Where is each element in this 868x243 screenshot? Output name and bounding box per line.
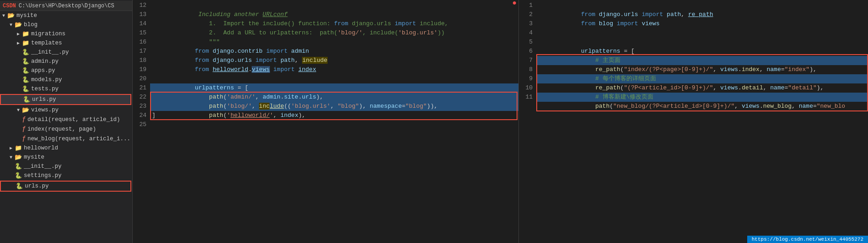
sidebar-item-index-fn[interactable]: ƒ index(request, page) — [0, 124, 132, 134]
sidebar-item-apps-py[interactable]: 🐍 apps.py — [0, 66, 132, 75]
sidebar-item-tests-py[interactable]: 🐍 tests.py — [0, 84, 132, 94]
folder-open-icon: 📂 — [22, 106, 29, 114]
py-red-fn-icon: ƒ — [22, 116, 26, 123]
code-line: urlpatterns = [ — [536, 38, 868, 47]
py-file-icon: 🐍 — [15, 172, 22, 179]
code-line: from django.urls import path, re_path — [536, 1, 868, 10]
sidebar-item-settings-py[interactable]: 🐍 settings.py — [0, 171, 132, 180]
sidebar-item-views-py[interactable]: ▼ 📂 views.py — [0, 105, 132, 115]
arrow-down-icon: ▼ — [15, 108, 22, 113]
sidebar-item-label: index(request, page) — [27, 126, 96, 133]
py-file-icon: 🐍 — [22, 76, 29, 83]
sidebar-item-label: detail(request, article_id) — [27, 116, 120, 123]
sidebar-item-mysite-init[interactable]: 🐍 __init__.py — [0, 162, 132, 171]
sidebar-item-label: templates — [31, 40, 62, 46]
error-indicator: ● — [512, 0, 517, 7]
sidebar-item-label: urls.py — [32, 96, 56, 103]
csdn-logo: CSDN — [3, 3, 16, 9]
sidebar-item-label: __init__.py — [31, 49, 69, 55]
folder-open-icon: 📂 — [15, 154, 22, 161]
line-numbers-left: 12 13 14 15 16 17 18 19 20 21 22 23 24 2… — [133, 0, 150, 243]
arrow-right-icon: ▶ — [7, 145, 15, 151]
sidebar-item-blog-urls-py[interactable]: 🐍 urls.py — [1, 95, 130, 104]
sidebar-item-templates[interactable]: ▶ 📁 templates — [0, 39, 132, 48]
folder-open-icon: 📂 — [15, 21, 22, 28]
editor-area: 12 13 14 15 16 17 18 19 20 21 22 23 24 2… — [133, 0, 868, 243]
statusbar-url: https://blog.csdn.net/weixin_44055272 — [752, 237, 863, 242]
arrow-right-icon: ▶ — [15, 40, 22, 46]
file-tree[interactable]: CSDN C:\Users\HP\Desktop\Django\CS ▼ 📂 m… — [0, 0, 133, 243]
sidebar-item-migrations[interactable]: ▶ 📁 migrations — [0, 29, 132, 39]
sidebar-item-label: views.py — [31, 107, 59, 113]
sidebar-item-label: mysite — [16, 12, 37, 19]
csdn-header: CSDN C:\Users\HP\Desktop\Django\CS — [0, 1, 132, 11]
sidebar-item-label: new_blog(request, article_i... — [27, 136, 130, 142]
status-bar: https://blog.csdn.net/weixin_44055272 — [747, 236, 868, 243]
py-red-icon: 🐍 — [23, 96, 30, 103]
py-red-icon: 🐍 — [16, 182, 23, 190]
code-line — [536, 28, 868, 38]
sidebar-item-label: settings.py — [24, 172, 62, 179]
sidebar-item-label: tests.py — [31, 86, 59, 92]
sidebar-item-helloworld[interactable]: ▶ 📁 helloworld — [0, 144, 132, 153]
sidebar-item-label: models.py — [31, 77, 62, 83]
sidebar-item-models-py[interactable]: 🐍 models.py — [0, 75, 132, 84]
folder-icon: 📁 — [22, 30, 29, 38]
line-numbers-right: 1 2 3 4 5 6 7 8 9 10 11 — [519, 0, 536, 243]
arrow-down-icon: ▼ — [7, 22, 15, 28]
py-red-fn-icon: ƒ — [22, 125, 26, 133]
py-file-icon: 🐍 — [22, 58, 29, 65]
sidebar-item-label: blog — [24, 22, 38, 28]
sidebar-item-mysite-urls-py[interactable]: 🐍 urls.py — [1, 182, 130, 191]
left-editor-pane: 12 13 14 15 16 17 18 19 20 21 22 23 24 2… — [133, 0, 519, 243]
code-line: Including another URLconf — [150, 1, 518, 10]
sidebar-item-admin-py[interactable]: 🐍 admin.py — [0, 57, 132, 66]
sidebar-item-label: helloworld — [24, 145, 58, 151]
header-path: C:\Users\HP\Desktop\Django\CS — [19, 3, 114, 9]
sidebar-item-blog[interactable]: ▼ 📂 blog — [0, 20, 132, 29]
folder-icon: 📁 — [22, 39, 29, 47]
sidebar-item-label: admin.py — [31, 58, 59, 65]
code-area-right[interactable]: from django.urls import path, re_path fr… — [536, 0, 868, 243]
right-editor-pane: 1 2 3 4 5 6 7 8 9 10 11 from django.urls… — [519, 0, 868, 243]
code-area-left[interactable]: Including another URLconf 1. Import the … — [150, 0, 518, 243]
arrow-down-icon: ▼ — [0, 13, 7, 18]
sidebar-item-detail-fn[interactable]: ƒ detail(request, article_id) — [0, 115, 132, 124]
sidebar-item-label: migrations — [31, 31, 65, 37]
sidebar-item-mysite[interactable]: ▼ 📂 mysite — [0, 11, 132, 20]
code-line: urlpatterns = [ — [150, 74, 518, 83]
py-file-icon: 🐍 — [22, 67, 29, 74]
folder-open-icon: 📂 — [7, 12, 15, 19]
folder-icon: 📁 — [15, 144, 22, 152]
code-line — [150, 120, 518, 129]
py-file-icon: 🐍 — [22, 85, 29, 93]
py-red-fn-icon: ƒ — [22, 135, 26, 143]
sidebar-item-label: mysite — [24, 154, 44, 160]
arrow-right-icon: ▶ — [15, 31, 22, 37]
sidebar-item-label: urls.py — [25, 183, 49, 189]
arrow-down-icon: ▼ — [7, 155, 15, 160]
py-file-icon: 🐍 — [22, 49, 29, 56]
sidebar-item-label: __init__.py — [24, 163, 62, 170]
sidebar-item-new-blog-fn[interactable]: ƒ new_blog(request, article_i... — [0, 134, 132, 144]
py-file-icon: 🐍 — [15, 163, 22, 170]
sidebar-item-label: apps.py — [31, 67, 55, 74]
sidebar-item-init-py[interactable]: 🐍 __init__.py — [0, 48, 132, 57]
sidebar-item-mysite2[interactable]: ▼ 📂 mysite — [0, 153, 132, 162]
